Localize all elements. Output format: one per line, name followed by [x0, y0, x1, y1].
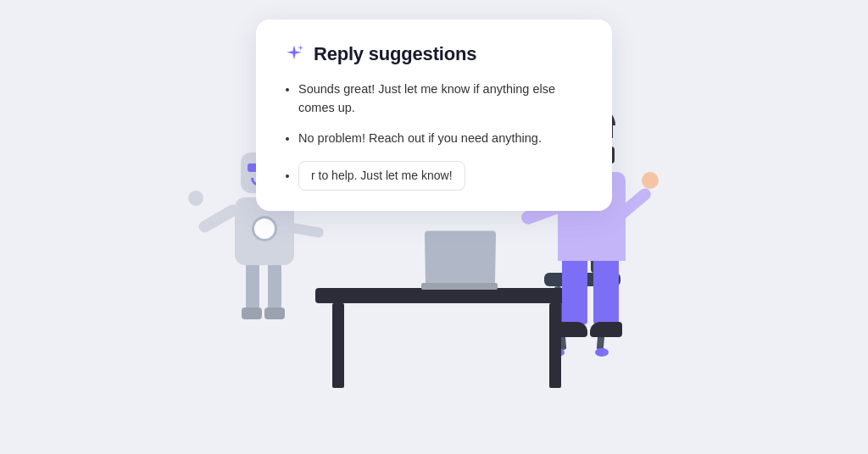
person-shoe-right — [590, 322, 622, 337]
person-shoe-left — [555, 322, 587, 337]
laptop-screen — [425, 231, 496, 283]
card-title: Reply suggestions — [314, 43, 476, 65]
desk-top — [315, 288, 578, 303]
person-leg-right — [593, 257, 619, 324]
suggestion-card: Reply suggestions Sounds great! Just let… — [256, 19, 612, 211]
person-hand-right — [642, 172, 659, 189]
person-leg-left — [562, 257, 587, 324]
desk-leg-right — [549, 303, 561, 388]
robot-foot-left — [242, 307, 262, 319]
robot-hand-left — [188, 191, 203, 206]
laptop-base — [421, 283, 498, 290]
robot-leg-right — [268, 263, 281, 309]
scene: Reply suggestions Sounds great! Just let… — [86, 19, 782, 435]
chair-wheel-2 — [595, 348, 609, 357]
robot-arm-right — [289, 223, 324, 239]
suggestion-list: Sounds great! Just let me know if anythi… — [283, 80, 585, 191]
suggestion-item-1[interactable]: Sounds great! Just let me know if anythi… — [298, 80, 585, 118]
suggestion-pill[interactable]: r to help. Just let me know! — [298, 161, 465, 191]
illustration: Reply suggestions Sounds great! Just let… — [86, 19, 782, 435]
robot-chest-circle — [252, 216, 277, 241]
suggestion-item-3[interactable]: r to help. Just let me know! — [298, 159, 585, 191]
suggestion-item-2[interactable]: No problem! Reach out if you need anythi… — [298, 130, 585, 148]
robot-leg-left — [246, 263, 259, 309]
desk-leg-left — [332, 303, 344, 388]
sparkle-icon — [283, 43, 305, 65]
card-header: Reply suggestions — [283, 43, 585, 65]
robot-foot-right — [264, 307, 285, 319]
